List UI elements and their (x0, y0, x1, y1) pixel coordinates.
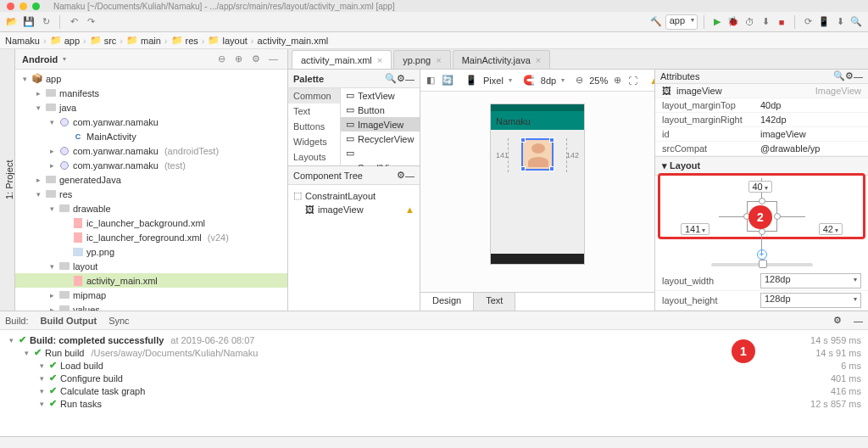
avd-icon[interactable]: 📱 (817, 15, 831, 29)
tree-row[interactable]: ▸mipmap (15, 288, 287, 302)
build-gear-icon[interactable]: ⚙ (833, 315, 842, 326)
breadcrumb[interactable]: 📁 res (171, 35, 198, 46)
selected-imageview[interactable] (521, 138, 554, 171)
component-tree-item[interactable]: 🖼imageView▲ (293, 203, 415, 216)
tree-row[interactable]: ▸com.yanwar.namaku(test) (15, 158, 287, 172)
component-tree[interactable]: ⬚ConstraintLayout🖼imageView▲ (288, 185, 420, 311)
undo-icon[interactable]: ↶ (67, 15, 81, 29)
attribute-row[interactable]: idimageView (655, 127, 868, 142)
breadcrumb[interactable]: 📁 app (50, 35, 80, 46)
stop-icon[interactable]: ■ (775, 15, 788, 29)
refresh-icon[interactable]: ↻ (39, 15, 53, 29)
build-row[interactable]: ▾✔Calculate task graph416 ms (7, 384, 861, 397)
build-row[interactable]: ▾✔Load build6 ms (7, 359, 861, 372)
palette-widget[interactable]: ▭Button (341, 103, 420, 117)
sync-tab[interactable]: Sync (108, 316, 129, 326)
tree-row[interactable]: ▾📦app (15, 71, 287, 86)
close-tab-icon[interactable]: × (377, 55, 382, 65)
attributes-gear-icon[interactable]: ⚙ (845, 70, 854, 81)
tree-row[interactable]: activity_main.xml (15, 273, 287, 288)
zoom-out-icon[interactable]: ⊖ (575, 73, 584, 88)
surface-icon[interactable]: ◧ (426, 73, 436, 88)
tree-row[interactable]: ▾java (15, 100, 287, 115)
attach-icon[interactable]: ⬇ (759, 15, 772, 29)
dp-value[interactable]: 8dp (541, 76, 556, 86)
hide-icon[interactable]: — (269, 53, 281, 65)
profile-icon[interactable]: ⏱ (743, 15, 756, 29)
breadcrumb[interactable]: 📁 layout (208, 35, 247, 46)
open-icon[interactable]: 📂 (5, 15, 19, 29)
build-output-tab[interactable]: Build Output (41, 316, 97, 326)
close-window-icon[interactable] (7, 3, 14, 10)
breadcrumb[interactable]: 📁 src (90, 35, 117, 46)
breadcrumb[interactable]: 📁 main (126, 35, 161, 46)
tree-row[interactable]: ▸values (15, 302, 287, 311)
tree-row[interactable]: ic_launcher_background.xml (15, 216, 287, 230)
zoom-in-icon[interactable]: ⊕ (613, 73, 622, 88)
palette-category[interactable]: Widgets (288, 134, 340, 149)
device-icon[interactable]: 📱 (465, 73, 478, 88)
gear-icon[interactable]: ⚙ (252, 53, 264, 65)
magnet-icon[interactable]: 🧲 (522, 73, 536, 88)
tree-row[interactable]: ▾drawable (15, 201, 287, 216)
constraint-left[interactable]: 141▾ (681, 223, 709, 235)
editor-tab[interactable]: MainActivity.java× (453, 50, 551, 69)
device-combo[interactable]: Pixel (483, 76, 504, 86)
sync-icon[interactable]: ⟳ (801, 15, 815, 29)
run-config-combo[interactable]: app (665, 14, 698, 30)
attributes-search-icon[interactable]: 🔍 (833, 70, 845, 81)
design-tab[interactable]: Design (420, 293, 474, 311)
tree-row[interactable]: CMainActivity (15, 129, 287, 143)
component-tree-item[interactable]: ⬚ConstraintLayout (293, 188, 415, 203)
debug-icon[interactable]: 🐞 (726, 15, 740, 29)
tree-row[interactable]: yp.png (15, 244, 287, 259)
editor-tab[interactable]: activity_main.xml× (292, 50, 392, 69)
build-icon[interactable]: 🔨 (649, 15, 663, 29)
palette-widget[interactable]: ▭ (341, 146, 420, 160)
sdk-icon[interactable]: ⬇ (833, 15, 847, 29)
warning-icon[interactable]: ▲ (405, 204, 415, 215)
tree-row[interactable]: ▸manifests (15, 86, 287, 100)
component-gear-icon[interactable]: ⚙ (397, 170, 405, 181)
breadcrumb[interactable]: activity_main.xml (258, 36, 329, 46)
tree-row[interactable]: ▾res (15, 187, 287, 201)
layout-width-input[interactable]: 128dp (760, 273, 861, 288)
attribute-row[interactable]: srcCompat@drawable/yp (655, 142, 868, 156)
maximize-window-icon[interactable] (32, 3, 40, 10)
build-row[interactable]: ▾✔Configure build401 ms (7, 372, 861, 384)
editor-tab[interactable]: yp.png× (393, 50, 450, 69)
run-icon[interactable]: ▶ (710, 15, 724, 29)
close-tab-icon[interactable]: × (536, 55, 541, 65)
save-icon[interactable]: 💾 (22, 15, 36, 29)
layout-section-header[interactable]: ▾ Layout (655, 156, 868, 176)
palette-category[interactable]: Layouts (288, 149, 340, 165)
attributes-hide-icon[interactable]: — (854, 71, 863, 81)
palette-widget[interactable]: ▭ImageView (341, 117, 420, 132)
palette-widget[interactable]: ▭RecyclerView (341, 132, 420, 146)
redo-icon[interactable]: ↷ (84, 15, 97, 29)
layout-height-input[interactable]: 128dp (760, 293, 861, 308)
attribute-row[interactable]: layout_marginRight142dp (655, 113, 868, 127)
component-hide-icon[interactable]: — (405, 171, 415, 181)
search-icon[interactable]: 🔍 (849, 15, 863, 29)
build-row[interactable]: ▾✔Run tasks12 s 857 ms (7, 397, 861, 410)
project-tree[interactable]: ▾📦app▸manifests▾java▾com.yanwar.namakuCM… (15, 70, 287, 311)
add-constraint-bottom-icon[interactable]: + (757, 249, 767, 260)
palette-search-icon[interactable]: 🔍 (385, 73, 397, 84)
palette-category[interactable]: Buttons (288, 119, 340, 134)
palette-category[interactable]: Text (288, 104, 340, 119)
project-tab[interactable]: 1: Project (4, 54, 14, 305)
constraint-top[interactable]: 40▾ (748, 181, 772, 193)
tree-row[interactable]: ic_launcher_foreground.xml(v24) (15, 230, 287, 244)
close-tab-icon[interactable]: × (436, 55, 441, 65)
minimize-window-icon[interactable] (19, 3, 27, 10)
palette-category[interactable]: Common (288, 88, 340, 104)
zoom-fit-icon[interactable]: ⛶ (627, 73, 638, 88)
palette-categories[interactable]: CommonTextButtonsWidgetsLayoutsContainer… (288, 88, 341, 165)
palette-widgets[interactable]: ▭TextView▭Button▭ImageView▭RecyclerView▭… (341, 88, 420, 165)
palette-widget[interactable]: ▭TextView (341, 88, 420, 103)
attribute-row[interactable]: layout_marginTop40dp (655, 98, 868, 113)
constraint-right[interactable]: 42▾ (819, 223, 843, 235)
bias-slider[interactable] (711, 263, 813, 266)
design-canvas[interactable]: Namaku 141 142 (420, 92, 654, 292)
